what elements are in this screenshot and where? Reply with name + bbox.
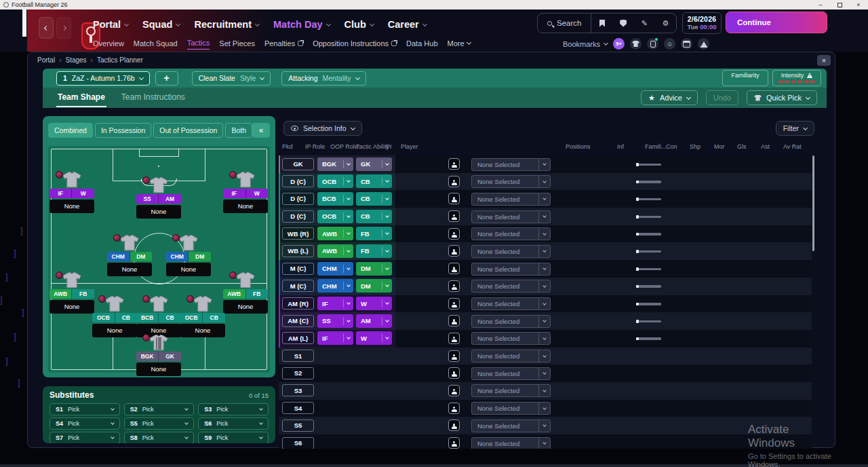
table-scrollbar[interactable] bbox=[812, 155, 814, 251]
player-select-dropdown[interactable]: None Selected bbox=[471, 210, 551, 223]
ip-role-dropdown[interactable]: BGK bbox=[317, 157, 353, 171]
picked-position-box[interactable]: S3 bbox=[282, 384, 314, 396]
player-select-dropdown[interactable]: None Selected bbox=[471, 402, 551, 415]
picked-position-box[interactable]: D (C) bbox=[282, 210, 314, 223]
selection-info-dropdown[interactable]: Selection Info bbox=[283, 121, 362, 136]
ip-role-dropdown[interactable]: OCB bbox=[317, 210, 353, 223]
oop-role-dropdown[interactable]: FB bbox=[356, 244, 392, 258]
table-row[interactable]: S1 None Selected bbox=[279, 348, 812, 365]
player-select-dropdown[interactable]: None Selected bbox=[471, 158, 551, 171]
player-instructions-button[interactable] bbox=[448, 437, 460, 449]
fans-shortcut[interactable]: ☺ bbox=[664, 38, 675, 50]
player-instructions-button[interactable] bbox=[448, 419, 460, 431]
ip-role-dropdown[interactable]: IF bbox=[317, 297, 353, 310]
picked-position-box[interactable]: WB (L) bbox=[282, 245, 314, 257]
filter-dropdown[interactable]: Filter bbox=[776, 121, 814, 136]
column-header[interactable]: Ast bbox=[761, 143, 770, 150]
picked-position-box[interactable]: AM (C) bbox=[282, 315, 314, 327]
ip-role-dropdown[interactable]: SS bbox=[317, 314, 353, 328]
submenu-item[interactable]: Data Hub bbox=[406, 39, 437, 50]
player-name-box[interactable]: None bbox=[166, 263, 211, 276]
substitute-pick-dropdown[interactable]: S6 Pick bbox=[198, 417, 269, 430]
table-row[interactable]: D (C) OCB CB None Selected bbox=[279, 173, 812, 191]
column-header[interactable]: Shp bbox=[690, 143, 701, 150]
table-row[interactable]: AM (L) IF W None Selected bbox=[279, 330, 812, 348]
picked-position-box[interactable]: M (C) bbox=[282, 280, 314, 292]
game-date[interactable]: 2/6/2026 Tue 00:00 bbox=[682, 12, 722, 34]
table-row[interactable]: S5 None Selected bbox=[279, 417, 812, 434]
player-name-box[interactable]: None bbox=[50, 200, 94, 213]
table-row[interactable]: D (C) OCB CB None Selected bbox=[279, 208, 812, 225]
substitute-pick-dropdown[interactable]: S4 Pick bbox=[50, 417, 120, 430]
table-row[interactable]: S3 None Selected bbox=[279, 382, 812, 400]
player-name-box[interactable]: None bbox=[136, 205, 181, 219]
table-row[interactable]: M (C) CHM DM None Selected bbox=[279, 260, 812, 278]
column-header[interactable]: Gls bbox=[737, 143, 747, 150]
ip-role-dropdown[interactable]: AWB bbox=[317, 227, 353, 240]
picked-position-box[interactable]: AM (L) bbox=[282, 332, 314, 344]
menu-item[interactable]: Career bbox=[388, 19, 427, 30]
pitch-view-button[interactable]: Combined bbox=[48, 123, 93, 138]
oop-role-dropdown[interactable]: W bbox=[356, 297, 392, 310]
panel-close-button[interactable]: × bbox=[817, 55, 831, 66]
oop-role-dropdown[interactable]: CB bbox=[356, 210, 392, 223]
table-row[interactable]: GK BGK GK None Selected bbox=[279, 155, 812, 173]
column-header[interactable]: Tactic Ability bbox=[356, 143, 389, 150]
picked-position-box[interactable]: S2 bbox=[282, 367, 314, 379]
undo-button[interactable]: Undo bbox=[706, 90, 738, 105]
player-select-dropdown[interactable]: None Selected bbox=[471, 297, 551, 310]
continue-button[interactable]: Continue bbox=[726, 12, 827, 33]
substitute-pick-dropdown[interactable]: S7 Pick bbox=[50, 432, 120, 443]
substitute-pick-dropdown[interactable]: S5 Pick bbox=[124, 417, 195, 430]
notification-badge[interactable]: 9+ bbox=[613, 38, 625, 50]
picked-position-box[interactable]: S4 bbox=[282, 402, 314, 414]
column-header[interactable]: Mor bbox=[714, 143, 725, 150]
menu-item[interactable]: Match Day bbox=[273, 19, 330, 30]
column-header[interactable]: PI bbox=[386, 143, 392, 150]
column-header[interactable]: Con bbox=[666, 143, 677, 150]
table-row[interactable]: S2 None Selected bbox=[279, 365, 812, 382]
player-name-box[interactable]: None bbox=[223, 300, 268, 314]
player-select-dropdown[interactable]: None Selected bbox=[471, 419, 551, 432]
picked-position-box[interactable]: S1 bbox=[282, 350, 314, 362]
player-instructions-button[interactable] bbox=[448, 245, 460, 257]
substitute-pick-dropdown[interactable]: S3 Pick bbox=[198, 403, 269, 415]
picked-position-box[interactable]: GK bbox=[282, 158, 314, 170]
player-name-box[interactable]: None bbox=[107, 263, 152, 276]
player-select-dropdown[interactable]: None Selected bbox=[471, 193, 551, 206]
search-button[interactable]: Search bbox=[538, 14, 591, 33]
tactics-shortcut[interactable] bbox=[647, 38, 658, 50]
player-instructions-button[interactable] bbox=[448, 333, 460, 344]
submenu-item[interactable]: Penalties bbox=[264, 39, 303, 50]
pitch-view-button[interactable]: Both bbox=[225, 123, 252, 138]
menu-item[interactable]: Recruitment bbox=[194, 19, 259, 30]
mentality-selector[interactable]: Attacking Mentality bbox=[281, 71, 366, 86]
picked-position-box[interactable]: WB (R) bbox=[282, 227, 314, 240]
pitch-player[interactable]: IF W None bbox=[46, 172, 98, 213]
player-name-box[interactable]: None bbox=[223, 200, 268, 213]
player-instructions-button[interactable] bbox=[448, 280, 460, 292]
advice-dropdown[interactable]: ★ Advice bbox=[641, 90, 698, 105]
tactic-selector[interactable]: 1 ZaZ - Autumn 1.76b bbox=[56, 71, 150, 86]
submenu-item[interactable]: Tactics bbox=[187, 39, 210, 50]
table-row[interactable]: WB (L) AWB FB None Selected bbox=[279, 242, 812, 260]
bookmark-button[interactable] bbox=[591, 14, 612, 33]
maximize-button[interactable] bbox=[830, 0, 849, 10]
back-button[interactable] bbox=[39, 17, 54, 39]
table-row[interactable]: AM (C) SS AM None Selected bbox=[279, 312, 812, 330]
bookmarks-dropdown[interactable]: Bookmarks bbox=[563, 40, 608, 48]
competition-shortcut[interactable] bbox=[698, 38, 709, 50]
ip-role-dropdown[interactable]: CHM bbox=[317, 279, 353, 293]
table-row[interactable]: M (C) CHM DM None Selected bbox=[279, 278, 812, 295]
player-instructions-button[interactable] bbox=[448, 385, 460, 396]
substitute-pick-dropdown[interactable]: S1 Pick bbox=[50, 403, 120, 415]
player-name-box[interactable]: None bbox=[136, 362, 181, 376]
column-header[interactable]: Positions bbox=[566, 143, 591, 150]
menu-item[interactable]: Squad bbox=[142, 19, 180, 30]
player-select-dropdown[interactable]: None Selected bbox=[471, 437, 551, 449]
table-row[interactable]: WB (R) AWB FB None Selected bbox=[279, 225, 812, 243]
submenu-item[interactable]: More bbox=[448, 39, 471, 50]
column-header[interactable]: Player bbox=[401, 143, 418, 150]
player-instructions-button[interactable] bbox=[448, 263, 460, 274]
player-select-dropdown[interactable]: None Selected bbox=[471, 367, 551, 380]
